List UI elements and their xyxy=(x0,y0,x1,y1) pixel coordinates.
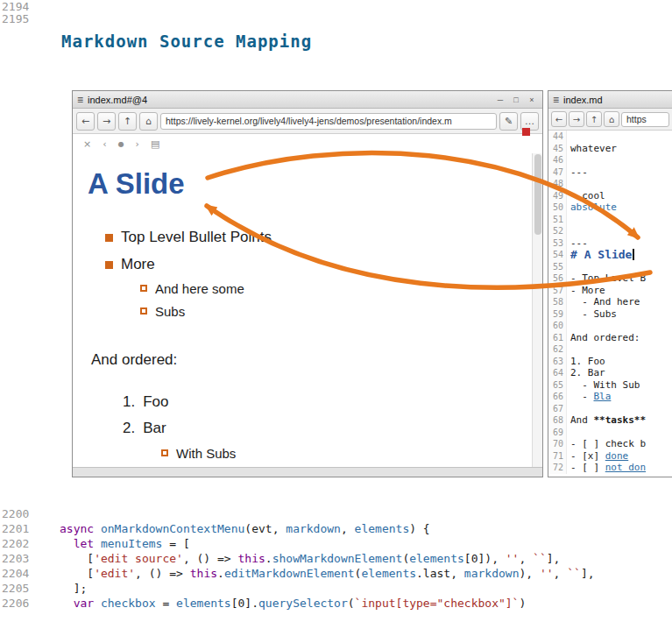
line-number: 2206 xyxy=(0,596,60,611)
line-text: ['edit', () => this.editMarkdownElement(… xyxy=(60,566,595,581)
source-lines[interactable]: 4445whatever4647---4849- cool50absolute5… xyxy=(548,131,672,477)
source-line: 52 xyxy=(548,225,672,237)
source-line: 60 xyxy=(548,320,672,332)
editor-line: 2201async onMarkdownContextMenu(evt, mar… xyxy=(0,521,672,536)
home-button[interactable]: ⌂ xyxy=(139,112,158,131)
text-cursor xyxy=(633,249,634,260)
minimize-button[interactable]: ─ xyxy=(494,94,506,106)
forward-button[interactable]: → xyxy=(569,111,584,127)
line-text: --- xyxy=(567,237,588,250)
menu-icon[interactable]: ≡ xyxy=(553,94,559,106)
screenshot-figure: ≡ index.md#@4 ─ □ × ← → ↑ ⌂ ✎ … × ‹ xyxy=(72,90,672,477)
line-number: 64 xyxy=(548,367,567,379)
sub-bullet-item: With Subs xyxy=(161,444,236,462)
line-number: 2204 xyxy=(0,566,60,581)
line-number: 48 xyxy=(548,178,567,190)
window-title: index.md#@4 xyxy=(88,95,147,105)
line-text: var checkbox = elements[0].querySelector… xyxy=(60,596,526,611)
top-gutter: 21942195 xyxy=(0,1,60,25)
source-line: 46 xyxy=(548,154,672,166)
browser-window-source: ≡ index.md ← → ↑ ⌂ 4445whatever4647---48… xyxy=(548,90,672,477)
url-input[interactable] xyxy=(160,113,497,130)
bullet-text: With Subs xyxy=(176,446,236,461)
source-line: 69 xyxy=(548,427,672,439)
home-button[interactable]: ⌂ xyxy=(604,111,619,127)
up-button[interactable]: ↑ xyxy=(586,111,602,127)
line-number: 59 xyxy=(548,308,567,321)
bullet-square-icon xyxy=(105,234,113,242)
code-lines[interactable]: 22002201async onMarkdownContextMenu(evt,… xyxy=(0,506,672,611)
back-button[interactable]: ← xyxy=(76,112,95,131)
editor-line: 2204 ['edit', () => this.editMarkdownEle… xyxy=(0,566,672,581)
line-number: 2202 xyxy=(0,536,60,551)
line-number: 60 xyxy=(548,320,567,332)
line-text: And **tasks** xyxy=(567,414,646,427)
up-button[interactable]: ↑ xyxy=(118,112,137,131)
line-number: 50 xyxy=(548,201,567,214)
line-number: 2200 xyxy=(0,506,60,521)
window-titlebar: ≡ index.md#@4 ─ □ × xyxy=(73,91,542,109)
next-slide-icon[interactable]: › xyxy=(136,138,139,150)
source-line: 67 xyxy=(548,403,672,415)
close-button[interactable]: × xyxy=(526,94,538,106)
back-button[interactable]: ← xyxy=(551,111,567,127)
close-presentation-icon[interactable]: × xyxy=(83,138,91,150)
line-text: - More xyxy=(567,285,605,297)
window-title: index.md xyxy=(563,95,603,105)
menu-icon[interactable]: ≡ xyxy=(77,94,83,106)
line-number: 58 xyxy=(548,296,567,308)
bullet-text: More xyxy=(121,256,155,273)
ordered-text: Foo xyxy=(143,393,168,411)
bullet-text: And here some xyxy=(155,281,244,296)
slide-dot-icon[interactable]: ● xyxy=(118,140,124,148)
line-number: 72 xyxy=(548,462,567,474)
print-icon[interactable]: ▤ xyxy=(151,138,159,150)
source-line: 53--- xyxy=(548,237,672,250)
line-text xyxy=(567,154,570,166)
line-text xyxy=(567,225,570,237)
line-text: ]; xyxy=(60,581,87,596)
prev-slide-icon[interactable]: ‹ xyxy=(103,138,106,150)
ordered-item: 1. Foo xyxy=(123,393,168,411)
source-line: 68And **tasks** xyxy=(548,414,672,427)
line-number: 68 xyxy=(548,414,567,427)
line-text: --- xyxy=(567,166,588,179)
ordered-text: Bar xyxy=(143,420,166,437)
line-text: whatever xyxy=(567,143,617,155)
source-line: 58 - And here xyxy=(548,296,672,308)
source-line: 70- [ ] check b xyxy=(548,438,672,450)
source-line: 66 - Bla xyxy=(548,391,672,403)
line-number: 63 xyxy=(548,356,567,368)
line-number: 53 xyxy=(548,237,567,250)
line-text xyxy=(567,343,570,356)
line-text: absolute xyxy=(567,201,617,214)
line-text: async onMarkdownContextMenu(evt, markdow… xyxy=(60,521,430,536)
url-input[interactable] xyxy=(621,112,669,127)
bullet-item: Top Level Bullet Points xyxy=(105,229,272,246)
scrollbar-thumb[interactable] xyxy=(534,154,541,235)
line-number: 49 xyxy=(548,190,567,202)
forward-button[interactable]: → xyxy=(97,112,116,131)
line-text: - Subs xyxy=(567,308,617,321)
line-text: - And here xyxy=(567,296,640,308)
line-number: 62 xyxy=(548,343,567,356)
line-text: - [ ] check b xyxy=(567,438,646,450)
line-number: 2201 xyxy=(0,521,60,536)
recording-indicator xyxy=(522,128,530,136)
line-number: 66 xyxy=(548,391,567,403)
line-number: 46 xyxy=(548,154,567,166)
line-text: # A Slide xyxy=(567,249,634,261)
line-text xyxy=(567,131,570,143)
scrollbar[interactable] xyxy=(532,153,542,467)
line-number: 57 xyxy=(548,285,567,297)
line-text: 1. Foo xyxy=(567,356,605,368)
ordered-list-intro: And ordered: xyxy=(91,351,177,369)
line-text xyxy=(567,178,570,190)
line-text: - Bla xyxy=(567,391,611,403)
source-line: 642. Bar xyxy=(548,367,672,379)
line-number: 52 xyxy=(548,225,567,237)
line-text: let menuItems = [ xyxy=(60,536,190,551)
maximize-button[interactable]: □ xyxy=(510,94,522,106)
source-line: 61And ordered: xyxy=(548,332,672,344)
edit-pencil-button[interactable]: ✎ xyxy=(499,112,518,131)
